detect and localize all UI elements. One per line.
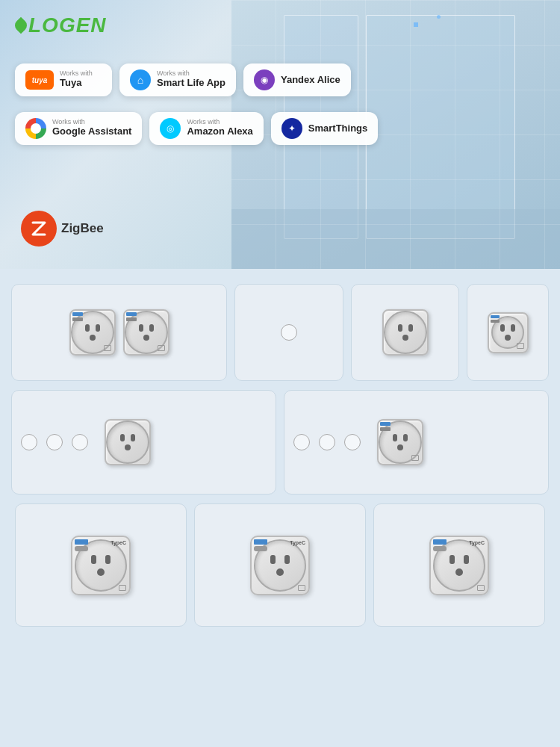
ground-r2	[125, 444, 131, 450]
google-text: Works with Google Assistant	[52, 119, 131, 138]
yandex-text: Yandex Alice	[281, 74, 340, 87]
yandex-icon: ◉	[254, 69, 275, 90]
holes-large-2	[270, 555, 290, 564]
brand-logo: LOGEN	[15, 13, 107, 37]
tuya-text: Works with Tuya	[60, 70, 93, 90]
smartlife-text: Works with Smart Life App	[157, 70, 225, 90]
type-c-label-3: TypeC	[469, 540, 485, 545]
products-section: TypeC	[0, 269, 560, 747]
touch-circle-single	[281, 324, 297, 341]
usb-a-large-3	[433, 539, 447, 545]
usb-c-r2b	[380, 427, 391, 431]
hole-r3	[464, 555, 469, 564]
hole-ln	[500, 324, 505, 332]
touch-circles-3b	[293, 434, 361, 450]
badge-smartlife: ⌂ Works with Smart Life App	[119, 63, 236, 96]
product-large-socket-1: TypeC	[15, 503, 187, 627]
hole-r2b-l	[393, 434, 397, 441]
usb-a-large-2	[254, 539, 267, 545]
touch-circle-1	[21, 434, 37, 450]
holes-r2b	[393, 434, 408, 441]
alexa-icon: ◎	[160, 118, 181, 139]
badge-yandex: ◉ Yandex Alice	[243, 63, 351, 96]
double-socket-inner	[69, 309, 169, 356]
usb-c-large-2	[254, 546, 267, 551]
product-triple-touch-socket	[11, 390, 276, 495]
narrow-socket-usb	[488, 312, 529, 353]
large-socket-2: TypeC	[250, 536, 310, 595]
holes-row2	[120, 434, 135, 441]
usb-c-narrow	[491, 320, 500, 323]
hole-r1	[105, 555, 111, 564]
socket-holes-narrow	[500, 324, 515, 332]
socket-ground-1	[90, 335, 96, 341]
socket-ground-2	[143, 335, 149, 341]
zigbee-badge: ZigBee	[21, 211, 104, 247]
ground-r2b	[397, 444, 403, 450]
zigbee-svg	[28, 218, 49, 239]
socket-ind-n	[517, 343, 524, 349]
badges-row-2: Works with Google Assistant ◎ Works with…	[15, 112, 378, 145]
hole-left-3	[398, 324, 402, 332]
product-large-socket-3: TypeC	[373, 503, 545, 627]
product-socket-usb-narrow	[467, 284, 549, 381]
product-touch-switch	[234, 284, 343, 381]
brand-name: LOGEN	[28, 13, 107, 37]
ground-large-1	[97, 568, 105, 576]
badge-smartthings: ✦ SmartThings	[271, 112, 378, 145]
socket-usb-2	[123, 309, 169, 356]
large-socket-3: TypeC	[429, 536, 489, 595]
usb-a-port	[72, 312, 83, 316]
single-eu-socket	[382, 309, 429, 356]
holes-large-1	[91, 555, 111, 564]
alexa-text: Works with Amazon Alexa	[187, 119, 252, 138]
hole-rn	[511, 324, 515, 332]
socket-indicator-2	[158, 345, 165, 351]
ground-large-3	[455, 568, 463, 576]
badges-row-1: tuya Works with Tuya ⌂ Works with Smart …	[15, 63, 351, 96]
hole-left	[85, 324, 90, 332]
usb-ports-r2b	[380, 422, 391, 431]
eu-socket-inner	[384, 311, 427, 354]
touch-circles-3	[21, 434, 88, 450]
badge-alexa: ◎ Works with Amazon Alexa	[149, 112, 263, 145]
touch-circle-2b	[319, 434, 335, 450]
triple-usb-inner	[293, 419, 539, 465]
smartthings-text: SmartThings	[308, 123, 367, 135]
type-c-label-2: TypeC	[290, 540, 305, 545]
usb-large-3	[433, 539, 447, 551]
google-icon	[25, 118, 46, 139]
socket-row2b-usb	[377, 419, 423, 465]
hole-right-3	[408, 324, 413, 332]
badge-google: Works with Google Assistant	[15, 112, 142, 145]
usb-ports-2	[126, 312, 137, 321]
usb-c-large-3	[433, 546, 447, 551]
hole-r2	[284, 555, 290, 564]
hole-r2-r	[131, 434, 135, 441]
hole-r2-l	[120, 434, 125, 441]
hole-l1	[91, 555, 96, 564]
usb-a-port-2	[126, 312, 137, 316]
socket-holes-3	[398, 324, 413, 332]
product-eu-socket	[351, 284, 460, 381]
touch-circle-3	[72, 434, 88, 450]
product-large-socket-2: TypeC	[194, 503, 366, 627]
products-grid: TypeC	[11, 284, 549, 627]
hole-l3	[449, 555, 455, 564]
socket-indicator	[104, 345, 111, 351]
usb-a-large-1	[75, 539, 88, 545]
socket-ground-3	[402, 335, 408, 341]
usb-large-1	[75, 539, 88, 551]
socket-ind-r2b	[411, 455, 419, 461]
indicator-large-1	[119, 585, 126, 591]
smartlife-icon: ⌂	[130, 69, 151, 90]
ground-large-2	[276, 568, 284, 576]
product-triple-touch-usb	[284, 390, 549, 495]
zigbee-icon	[21, 211, 57, 247]
usb-a-narrow	[491, 315, 500, 318]
socket-ground-n	[505, 335, 511, 341]
triple-touch-inner	[21, 419, 267, 465]
zigbee-label: ZigBee	[61, 221, 104, 236]
usb-ports-narrow	[491, 315, 500, 323]
socket-row2-right	[105, 419, 151, 465]
